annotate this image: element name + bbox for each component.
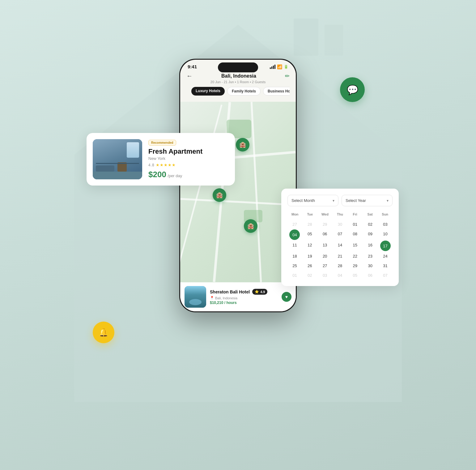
app-header: ← Bali, Indonesia ✏ 20 Jun - 21 Jun • 1 … [180,70,296,102]
calendar-day[interactable]: 03 [318,271,332,280]
calendar-day[interactable]: 25 [287,261,302,270]
calendar-day[interactable]: 01 [348,220,362,229]
calendar-day[interactable]: 08 [348,229,362,240]
calendar-day[interactable]: 28 [303,220,317,229]
day-mon: Mon [287,211,303,217]
calendar-day[interactable]: 04 [333,271,347,280]
calendar-day[interactable]: 26 [303,261,317,270]
calendar-day[interactable]: 06 [318,229,332,240]
room-visual [93,139,142,179]
rating-number: 4.8 [148,163,155,167]
calendar-day[interactable]: 17 [380,241,391,251]
calendar-day[interactable]: 05 [348,271,362,280]
calendar-body: 2728293001020304050607080910111213141516… [287,220,393,280]
calendar-day[interactable]: 29 [348,261,362,270]
calendar-day[interactable]: 27 [287,220,302,229]
chat-bubble[interactable]: 💬 [340,77,365,102]
calendar-day[interactable]: 31 [378,261,393,270]
chevron-down-icon: ▾ [333,199,334,203]
hotel-info: Sheraton Bali Hotel ⭐ 4.9 📍 Bali, Indone… [210,289,278,305]
day-wed: Wed [317,211,333,217]
chat-icon: 💬 [347,84,358,95]
apartment-card: Recommended Fresh Apartment New York 4.8… [87,133,235,186]
calendar-day[interactable]: 14 [333,241,347,251]
edit-button[interactable]: ✏ [285,73,290,79]
day-sat: Sat [363,211,378,217]
apartment-name: Fresh Apartment [148,147,229,156]
calendar-day[interactable]: 16 [363,241,377,251]
select-year[interactable]: Select Year ▾ [342,195,393,206]
calendar-day[interactable]: 03 [378,220,393,229]
hotel-icon: 🏨 [239,141,246,148]
recommended-badge: Recommended [148,140,176,146]
map-road [180,198,296,206]
calendar-day[interactable]: 29 [318,220,332,229]
calendar-day[interactable]: 27 [318,261,332,270]
map-road [251,102,262,282]
hotel-image [185,286,206,308]
calendar-day[interactable]: 12 [303,241,317,251]
calendar-day[interactable]: 11 [287,241,302,251]
calendar-day[interactable]: 05 [303,229,317,240]
calendar-day[interactable]: 09 [363,229,377,240]
location-icon: 📍 [210,296,214,300]
calendar-day[interactable]: 28 [333,261,347,270]
hotel-icon: 🏨 [247,223,254,229]
location-title: Bali, Indonesia [221,73,256,79]
back-button[interactable]: ← [186,72,193,79]
bell-icon: 🔔 [99,328,108,337]
calendar-day[interactable]: 15 [348,241,362,251]
calendar-day[interactable]: 21 [333,252,347,261]
furniture [96,163,139,164]
calendar-day[interactable]: 07 [333,229,347,240]
calendar-widget: Select Month ▾ Select Year ▾ Mon Tue Wed… [281,189,399,286]
tab-luxury-hotels[interactable]: Luxury Hotels [191,87,225,96]
phone-screen: 9:41 📶 🔋 ← Bali, Indon [180,60,296,311]
bell-bubble[interactable]: 🔔 [93,322,114,343]
phone-notch [218,62,258,72]
map-view[interactable]: 🏨 🏨 🏨 [180,102,296,282]
trip-details: 20 Jun - 21 Jun • 1 Room • 2 Guests [186,80,290,84]
calendar-day[interactable]: 13 [318,241,332,251]
calendar-day[interactable]: 18 [287,252,302,261]
signal-icon [270,65,275,69]
apartment-image [93,139,142,179]
calendar-selects: Select Month ▾ Select Year ▾ [287,195,393,206]
calendar-day[interactable]: 04 [289,229,300,240]
day-tue: Tue [303,211,318,217]
calendar-header: Mon Tue Wed Thu Fri Sat Sun [287,211,393,217]
status-time: 9:41 [188,64,197,69]
battery-icon: 🔋 [284,65,288,69]
calendar-day[interactable]: 06 [363,271,377,280]
phone-mockup: 9:41 📶 🔋 ← Bali, Indon [179,59,297,312]
calendar-day[interactable]: 01 [287,271,302,280]
tab-family-hotels[interactable]: Family Hotels [227,87,261,96]
tab-business-hotels[interactable]: Business Hotels [263,87,290,96]
map-marker-3[interactable]: 🏨 [244,219,257,233]
chevron-down-icon: ▾ [387,199,389,203]
calendar-day[interactable]: 22 [348,252,362,261]
calendar-day[interactable]: 19 [303,252,317,261]
calendar-day[interactable]: 20 [318,252,332,261]
calendar-day[interactable]: 24 [378,252,393,261]
status-icons: 📶 🔋 [270,64,288,69]
furniture [96,165,114,172]
map-marker-1[interactable]: 🏨 [236,138,249,152]
calendar-day[interactable]: 02 [363,220,377,229]
favorite-button[interactable]: ♥ [282,292,291,302]
calendar-grid: Mon Tue Wed Thu Fri Sat Sun 272829300102… [287,211,393,280]
pool-visual [185,286,206,308]
select-month[interactable]: Select Month ▾ [287,195,338,206]
hotel-price: $10,210 / hours [210,301,278,305]
hotel-icon: 🏨 [216,192,223,199]
calendar-day[interactable]: 30 [333,220,347,229]
hotel-location: 📍 Bali, Indonesia [210,296,278,300]
calendar-day[interactable]: 02 [303,271,317,280]
calendar-day[interactable]: 07 [378,271,393,280]
calendar-day[interactable]: 23 [363,252,377,261]
day-thu: Thu [333,211,348,217]
calendar-day[interactable]: 10 [378,229,393,240]
map-marker-2[interactable]: 🏨 [213,188,226,202]
calendar-day[interactable]: 30 [363,261,377,270]
apartment-stars: 4.8 ★★★★★ [148,163,229,167]
